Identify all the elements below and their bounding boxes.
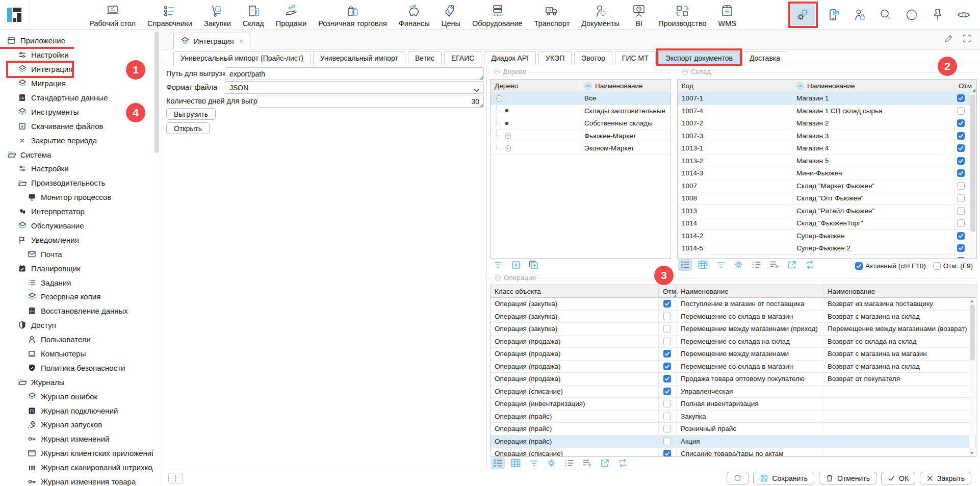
export-button[interactable]: Выгрузить (166, 108, 216, 120)
checkbox-checked[interactable] (663, 375, 671, 382)
operation-row[interactable]: Операция (продажа) Перемещение между маг… (491, 348, 976, 361)
export-icon[interactable] (598, 457, 612, 469)
checkbox-unchecked[interactable] (957, 219, 965, 227)
warehouse-row[interactable]: 1007-3 Магазин 3 (678, 130, 976, 143)
toolbar-button-clock[interactable] (904, 7, 919, 22)
toolbar-item-purchases[interactable]: Закупки (204, 4, 231, 28)
operation-row[interactable]: Операция (инвентаризация) Полная инвента… (491, 398, 976, 411)
filter-checkbox[interactable]: Активный (ctrl F10) (855, 262, 925, 270)
checkbox-unchecked[interactable] (663, 413, 671, 420)
ok-button[interactable]: ОК (881, 472, 915, 484)
file-format-select[interactable]: JSON (225, 81, 484, 94)
checkbox-unchecked[interactable] (957, 107, 965, 115)
app-logo[interactable] (0, 0, 29, 29)
column-header[interactable]: Код (678, 80, 792, 92)
checkbox-unchecked[interactable] (663, 313, 671, 320)
subtab[interactable]: Ветис (408, 51, 442, 65)
tab-close-icon[interactable]: × (239, 37, 243, 45)
column-header[interactable]: Наименование (677, 285, 823, 297)
subtab[interactable]: Эвотор (574, 51, 612, 65)
more-options-button[interactable]: ⋮ (168, 473, 183, 483)
subtab[interactable]: Универсальный импорт (Прайс-лист) (173, 51, 311, 65)
expand-icon[interactable] (962, 34, 972, 43)
toolbar-item-sales[interactable]: Продажи (276, 4, 307, 28)
operation-panel-legend[interactable]: Операция (492, 274, 538, 282)
table-grid-icon[interactable] (509, 457, 523, 469)
warehouse-row[interactable]: 1013 Склад "Ритейл Фьюжен" (678, 205, 976, 218)
sort-asc-icon[interactable] (796, 82, 804, 90)
checkbox-checked[interactable] (957, 157, 965, 165)
checkbox-checked[interactable] (663, 450, 671, 457)
repeat-icon[interactable] (803, 259, 817, 271)
operation-row[interactable]: Операция (продажа) Перемещение со склада… (491, 336, 976, 348)
toolbar-item-prices[interactable]: Цены (442, 4, 460, 28)
cancel-button[interactable]: Отменить (819, 472, 876, 484)
checkbox-checked[interactable] (957, 132, 965, 140)
gear-icon[interactable] (732, 259, 745, 271)
toolbar-item-references[interactable]: Справочники (147, 4, 192, 28)
tree-row[interactable]: Склады заготовительные (491, 105, 670, 118)
checkbox-checked[interactable] (957, 257, 965, 259)
checkbox-unchecked[interactable] (957, 207, 965, 215)
column-header[interactable]: Наименование (792, 80, 955, 92)
column-header[interactable]: Класс объекта (491, 285, 659, 297)
sidebar-item[interactable]: Журнал клиентских приложений (0, 446, 153, 461)
list-view-icon[interactable] (678, 259, 692, 271)
operation-row[interactable]: Операция (прайс) Закупка (491, 411, 976, 423)
scroll-up-arrow[interactable] (970, 300, 974, 302)
sidebar-item[interactable]: Журнал изменений (0, 432, 153, 446)
column-header[interactable]: Наименование (580, 80, 669, 92)
filter-checkbox[interactable]: Отм. (F9) (933, 262, 973, 270)
sidebar-item[interactable]: Интеграция (0, 62, 153, 76)
toolbar-item-documents[interactable]: Документы (581, 4, 620, 28)
sidebar-item[interactable]: Журнал сканирований штрихкодов (0, 461, 153, 475)
save-button[interactable]: Сохранить (753, 472, 814, 484)
operation-scrollbar-thumb[interactable] (970, 304, 975, 361)
operation-row[interactable]: Операция (продажа) Перемещение со склада… (491, 361, 976, 373)
toolbar-item-desktop[interactable]: Рабочий стол (89, 4, 136, 28)
toolbar-button-search[interactable] (878, 7, 893, 22)
sidebar-scrollbar-thumb[interactable] (154, 32, 159, 153)
warehouse-row[interactable]: 1007-1 Магазин 1 (678, 92, 976, 105)
sidebar-item[interactable]: Компьютеры (0, 347, 153, 361)
sidebar-item[interactable]: Настройки (0, 48, 153, 62)
toolbar-button-user-lock[interactable] (852, 7, 867, 22)
subtab[interactable]: УКЭП (538, 51, 572, 65)
operation-row[interactable]: Операция (списание) Списание товара/тары… (491, 448, 976, 457)
operation-row[interactable]: Операция (прайс) Розничный прайс (491, 423, 976, 436)
sidebar-item[interactable]: Журнал подключений (0, 403, 153, 418)
checkbox-unchecked[interactable] (663, 438, 671, 445)
operation-row[interactable]: Операция (прайс) Акция (491, 436, 976, 448)
tree-expand-icon[interactable] (504, 145, 511, 152)
warehouse-row[interactable]: 1007-2 Магазин 2 (678, 117, 976, 130)
checkbox-checked[interactable] (957, 169, 965, 177)
collapse-icon[interactable] (494, 68, 500, 75)
sidebar-item[interactable]: Обслуживание (0, 219, 153, 233)
sidebar-item[interactable]: Политика безопасности (0, 361, 153, 375)
toolbar-item-production[interactable]: Производство (658, 4, 707, 28)
operation-row[interactable]: Операция (закупка) Поступление в магазин… (491, 298, 976, 311)
warehouse-scrollbar[interactable] (970, 93, 976, 258)
export-path-input[interactable] (225, 67, 484, 80)
sidebar-item[interactable]: Система (0, 147, 153, 162)
toolbar-button-eye[interactable] (956, 7, 971, 22)
operation-row[interactable]: Операция (закупка) Перемещение со склада… (491, 311, 976, 323)
sidebar-item[interactable]: Инструменты (0, 105, 153, 119)
sidebar-item[interactable]: Закрытие периода (0, 133, 153, 147)
toolbar-item-retail[interactable]: Розничная торговля (318, 4, 387, 28)
list-add-icon[interactable] (580, 457, 594, 469)
subtab[interactable]: ЕГАИС (444, 51, 482, 65)
toolbar-button-phone-chat[interactable] (826, 7, 841, 22)
sidebar-item[interactable]: Интерпретатор (0, 204, 153, 219)
sidebar-item[interactable]: Планировщик (0, 261, 153, 275)
add-box-icon[interactable] (509, 259, 523, 271)
checkbox-unchecked[interactable] (957, 194, 965, 202)
tree-row[interactable]: Все (491, 92, 670, 105)
toolbar-item-wms[interactable]: WMS (718, 4, 736, 28)
filter-icon[interactable] (491, 259, 505, 271)
checkbox-unchecked[interactable] (663, 425, 671, 432)
toolbar-item-transport[interactable]: Транспорт (534, 4, 570, 28)
repeat-icon[interactable] (616, 457, 630, 469)
sidebar-item[interactable]: Задания (0, 275, 153, 290)
scroll-down-arrow[interactable] (970, 452, 974, 454)
